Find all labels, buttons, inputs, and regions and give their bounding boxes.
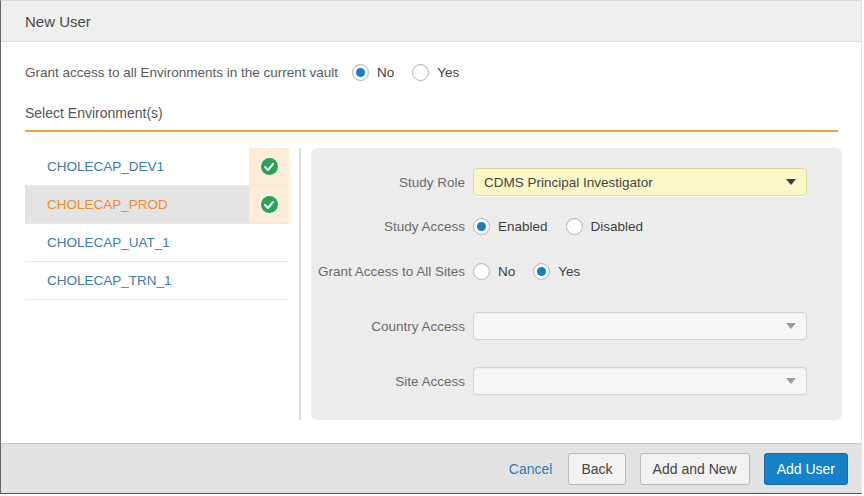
study-role-label: Study Role — [311, 175, 473, 190]
vertical-divider — [299, 148, 301, 420]
env-item-label: CHOLECAP_DEV1 — [25, 148, 249, 185]
dialog-footer: Cancel Back Add and New Add User — [1, 443, 861, 493]
radio-enabled-label: Enabled — [498, 219, 548, 234]
study-role-value: CDMS Principal Investigator — [484, 175, 653, 190]
country-access-label: Country Access — [311, 319, 473, 334]
radio-disabled[interactable] — [566, 218, 583, 235]
add-and-new-button[interactable]: Add and New — [640, 453, 750, 485]
grant-env-row: Grant access to all Environments in the … — [25, 64, 837, 81]
env-check-cell — [249, 224, 289, 261]
check-circle-icon — [261, 196, 278, 213]
grant-all-sites-option-yes[interactable]: Yes — [533, 263, 580, 280]
dialog-header: New User — [1, 1, 861, 42]
grant-env-option-no[interactable]: No — [352, 64, 394, 81]
env-check-cell — [249, 262, 289, 299]
new-user-dialog: New User Grant access to all Environment… — [0, 0, 862, 494]
env-item-cholecap-trn-1[interactable]: CHOLECAP_TRN_1 — [25, 262, 289, 300]
env-item-label: CHOLECAP_UAT_1 — [25, 224, 249, 261]
check-circle-icon — [261, 158, 278, 175]
radio-sites-yes-label: Yes — [558, 264, 580, 279]
study-access-option-disabled[interactable]: Disabled — [566, 218, 644, 235]
add-user-button[interactable]: Add User — [764, 453, 848, 485]
radio-disabled-label: Disabled — [591, 219, 644, 234]
study-access-radio-group: Enabled Disabled — [473, 218, 807, 235]
country-access-row: Country Access — [311, 312, 807, 340]
page-title: New User — [25, 13, 91, 30]
grant-all-sites-radio-group: No Yes — [473, 263, 807, 280]
env-item-label: CHOLECAP_PROD — [25, 186, 249, 223]
study-access-row: Study Access Enabled Disabled — [311, 218, 807, 235]
grant-env-option-yes[interactable]: Yes — [412, 64, 459, 81]
radio-yes[interactable] — [412, 64, 429, 81]
site-access-row: Site Access — [311, 367, 807, 395]
site-access-dropdown[interactable] — [473, 367, 807, 395]
env-item-cholecap-dev1[interactable]: CHOLECAP_DEV1 — [25, 148, 289, 186]
grant-all-sites-row: Grant Access to All Sites No Yes — [311, 263, 807, 280]
site-access-label: Site Access — [311, 374, 473, 389]
environments-main: CHOLECAP_DEV1 CHOLECAP_PROD — [25, 148, 842, 420]
study-access-option-enabled[interactable]: Enabled — [473, 218, 548, 235]
chevron-down-icon — [786, 323, 796, 329]
country-access-dropdown[interactable] — [473, 312, 807, 340]
env-item-label: CHOLECAP_TRN_1 — [25, 262, 249, 299]
radio-sites-yes[interactable] — [533, 263, 550, 280]
env-check-cell — [249, 186, 289, 223]
env-check-cell — [249, 148, 289, 185]
back-button[interactable]: Back — [568, 453, 625, 485]
study-role-row: Study Role CDMS Principal Investigator — [311, 168, 807, 196]
radio-no-label: No — [377, 65, 394, 80]
chevron-down-icon — [786, 179, 796, 185]
cancel-link[interactable]: Cancel — [509, 461, 553, 477]
radio-sites-no-label: No — [498, 264, 515, 279]
chevron-down-icon — [786, 378, 796, 384]
radio-enabled[interactable] — [473, 218, 490, 235]
grant-env-label: Grant access to all Environments in the … — [25, 65, 338, 80]
select-environments-heading: Select Environment(s) — [25, 105, 838, 132]
env-item-cholecap-prod[interactable]: CHOLECAP_PROD — [25, 186, 289, 224]
study-role-dropdown[interactable]: CDMS Principal Investigator — [473, 168, 807, 196]
radio-yes-label: Yes — [437, 65, 459, 80]
radio-sites-no[interactable] — [473, 263, 490, 280]
radio-no[interactable] — [352, 64, 369, 81]
study-access-label: Study Access — [311, 219, 473, 234]
dialog-body: Grant access to all Environments in the … — [1, 42, 861, 443]
grant-all-sites-option-no[interactable]: No — [473, 263, 515, 280]
env-item-cholecap-uat-1[interactable]: CHOLECAP_UAT_1 — [25, 224, 289, 262]
environment-settings-panel: Study Role CDMS Principal Investigator S… — [311, 148, 842, 420]
grant-env-radio-group: No Yes — [352, 64, 477, 81]
grant-all-sites-label: Grant Access to All Sites — [311, 264, 473, 279]
environment-list: CHOLECAP_DEV1 CHOLECAP_PROD — [25, 148, 289, 420]
